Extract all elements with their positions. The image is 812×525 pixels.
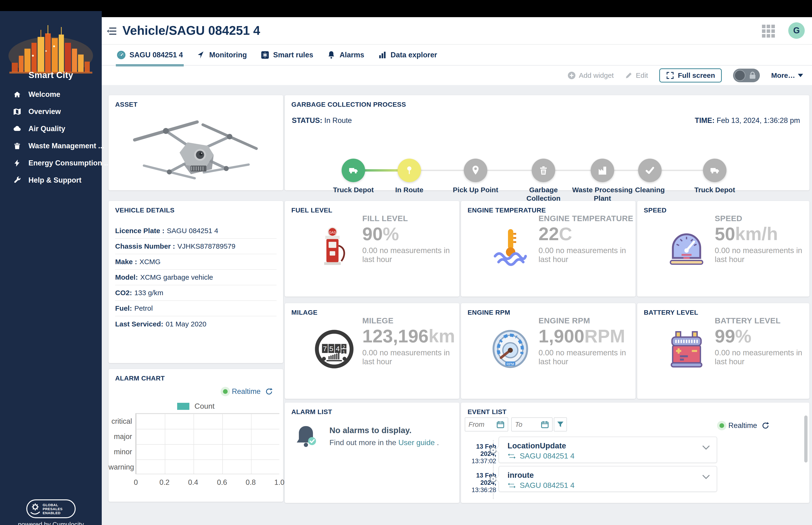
- truck-icon: [703, 159, 726, 182]
- bar-chart-icon: [378, 50, 387, 59]
- event-list-widget: EVENT LIST Realtime 13 Feb 2024, 13:37:0…: [461, 403, 809, 503]
- tab-data-explorer[interactable]: Data explorer: [378, 45, 437, 65]
- check-icon: [638, 159, 662, 182]
- navigation-arrow-icon: [196, 50, 205, 59]
- event-timestamp: 13 Feb 2024, 13:37:02: [461, 443, 496, 465]
- event-source: SAGU 084251 4: [507, 452, 574, 460]
- chevron-down-icon[interactable]: [702, 445, 710, 450]
- sidebar-item-label: Waste Management ...: [28, 142, 104, 150]
- milage-widget: MILAGE 75421 MILEGE 123,196km 0.00 no me…: [285, 303, 459, 399]
- lock-toggle[interactable]: [733, 69, 760, 82]
- event-item[interactable]: inroute SAGU 084251 4: [499, 466, 717, 492]
- pencil-icon: [625, 72, 632, 79]
- sidebar: Smart City Welcome Overview Air Quality …: [0, 11, 102, 525]
- user-avatar[interactable]: G: [788, 22, 805, 39]
- refresh-icon[interactable]: [761, 421, 770, 430]
- metric-value: 1,900RPM: [538, 326, 625, 347]
- sidebar-item-overview[interactable]: Overview: [0, 103, 102, 120]
- sidebar-item-welcome[interactable]: Welcome: [0, 86, 102, 103]
- sidebar-item-help-support[interactable]: Help & Support: [0, 171, 102, 189]
- svg-text:4: 4: [336, 345, 340, 352]
- trash-icon: [13, 142, 21, 150]
- filter-button[interactable]: [554, 417, 567, 432]
- user-guide-link[interactable]: User guide: [398, 438, 435, 447]
- add-widget-label: Add widget: [579, 72, 614, 79]
- metric-value: 99%: [715, 326, 751, 347]
- tab-label: Data explorer: [390, 51, 437, 59]
- widget-title: ASSET: [115, 101, 137, 108]
- scrollbar-thumb[interactable]: [804, 416, 808, 463]
- global-presales-badge: GLOBAL PRESALES ENABLED: [26, 499, 76, 518]
- sidebar-item-air-quality[interactable]: Air Quality: [0, 120, 102, 137]
- metric-heading: ENGINE RPM: [538, 316, 590, 325]
- calendar-icon[interactable]: [541, 420, 549, 429]
- chart-legend: Count: [109, 402, 283, 410]
- tab-label: Smart rules: [273, 51, 313, 59]
- metric-note: 0.00 no measurements in last hour: [538, 246, 635, 264]
- map-icon: [13, 107, 21, 116]
- battery-icon: [663, 324, 710, 374]
- metric-note: 0.00 no measurements in last hour: [715, 348, 809, 366]
- app-root: Smart City Welcome Overview Air Quality …: [0, 0, 812, 525]
- tab-device[interactable]: SAGU 084251 4: [117, 45, 183, 65]
- garbage-collection-process-widget: GARBAGE COLLECTION PROCESS STATUS: In Ro…: [285, 95, 809, 190]
- widget-title: GARBAGE COLLECTION PROCESS: [291, 101, 406, 108]
- metric-heading: MILEGE: [362, 316, 394, 325]
- detail-row: Make :XCMG: [115, 254, 277, 270]
- tab-alarms[interactable]: Alarms: [327, 45, 364, 65]
- more-menu-button[interactable]: More…: [771, 72, 803, 79]
- realtime-dot: [223, 389, 228, 394]
- widget-title: BATTERY LEVEL: [644, 309, 698, 316]
- tab-smart-rules[interactable]: Smart rules: [261, 45, 313, 65]
- sidebar-item-waste-management[interactable]: Waste Management ...: [0, 137, 102, 154]
- svg-text:2: 2: [342, 344, 345, 349]
- x-tick: 0.8: [246, 478, 256, 487]
- battery-level-widget: BATTERY LEVEL BATTERY LEVEL 99% 0.00 no …: [637, 303, 809, 399]
- badge-text: GLOBAL PRESALES ENABLED: [43, 503, 63, 515]
- sidebar-item-label: Air Quality: [28, 124, 65, 133]
- from-input[interactable]: [469, 421, 494, 429]
- toggle-knob: [734, 70, 746, 81]
- add-widget-button[interactable]: Add widget: [568, 72, 614, 79]
- y-category: minor: [109, 448, 132, 456]
- detail-row: CO2:133 g/km: [115, 285, 277, 301]
- gas-pump-icon: GAS: [311, 222, 357, 271]
- chevron-down-icon[interactable]: [702, 475, 710, 480]
- realtime-label: Realtime: [729, 421, 757, 430]
- calendar-icon[interactable]: [496, 420, 504, 429]
- x-tick: 0: [134, 478, 138, 487]
- x-tick: 0.2: [159, 478, 169, 487]
- sidebar-item-energy-consumption[interactable]: Energy Consumption ...: [0, 154, 102, 171]
- detail-row: Fuel:Petrol: [115, 301, 277, 316]
- tab-monitoring[interactable]: Monitoring: [196, 45, 247, 65]
- edit-button[interactable]: Edit: [625, 72, 648, 79]
- alarm-list-widget: ALARM LIST No alarms to display. Find ou…: [285, 403, 459, 503]
- drone-image: [123, 108, 268, 186]
- widget-title: MILAGE: [291, 309, 318, 316]
- outline-collapse-icon[interactable]: [107, 27, 117, 36]
- pin-icon: [398, 159, 421, 182]
- realtime-toggle[interactable]: Realtime: [719, 421, 770, 430]
- event-item[interactable]: LocationUpdate SAGU 084251 4: [499, 437, 717, 463]
- app-switcher-icon[interactable]: [761, 24, 776, 39]
- fuel-level-widget: FUEL LEVEL GAS FILL LEVEL 90% 0.00 no me…: [285, 201, 459, 297]
- asset-widget: ASSET: [109, 95, 283, 190]
- to-input[interactable]: [515, 421, 538, 429]
- page-header: Vehicle/SAGU 084251 4 G SAGU 084251 4: [102, 17, 812, 85]
- sidebar-item-label: Overview: [28, 107, 61, 116]
- realtime-toggle[interactable]: Realtime: [223, 387, 273, 396]
- sidebar-item-label: Welcome: [28, 90, 60, 99]
- no-alarms-text: No alarms to display.: [330, 425, 411, 435]
- metric-note: 0.00 no measurements in last hour: [362, 348, 459, 366]
- sidebar-nav: Welcome Overview Air Quality Waste Manag…: [0, 86, 102, 189]
- wrench-icon: [13, 176, 21, 184]
- full-screen-button[interactable]: Full screen: [659, 69, 722, 82]
- svg-text:1: 1: [342, 349, 345, 355]
- date-to-field[interactable]: [511, 417, 553, 432]
- refresh-icon[interactable]: [265, 387, 273, 396]
- bell-icon: [327, 50, 336, 59]
- svg-text:GAS: GAS: [329, 230, 336, 234]
- legend-label: Count: [195, 402, 215, 410]
- lock-icon: [749, 72, 756, 79]
- date-from-field[interactable]: [465, 417, 508, 432]
